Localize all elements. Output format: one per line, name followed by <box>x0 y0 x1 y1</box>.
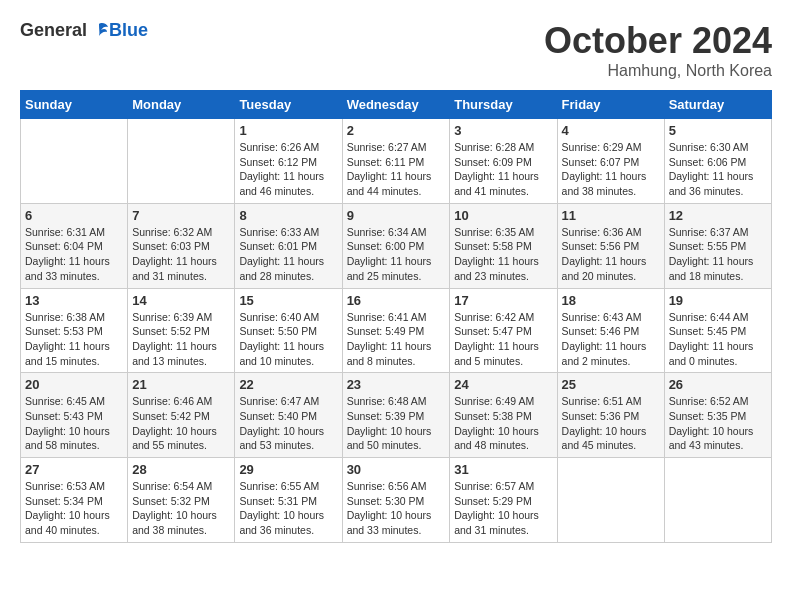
day-info: Sunrise: 6:42 AM Sunset: 5:47 PM Dayligh… <box>454 310 552 369</box>
day-number: 26 <box>669 377 767 392</box>
day-number: 19 <box>669 293 767 308</box>
day-info: Sunrise: 6:52 AM Sunset: 5:35 PM Dayligh… <box>669 394 767 453</box>
month-title: October 2024 <box>544 20 772 62</box>
calendar-cell: 18Sunrise: 6:43 AM Sunset: 5:46 PM Dayli… <box>557 288 664 373</box>
calendar-cell: 1Sunrise: 6:26 AM Sunset: 6:12 PM Daylig… <box>235 119 342 204</box>
calendar-cell: 2Sunrise: 6:27 AM Sunset: 6:11 PM Daylig… <box>342 119 450 204</box>
day-info: Sunrise: 6:45 AM Sunset: 5:43 PM Dayligh… <box>25 394 123 453</box>
calendar-cell: 9Sunrise: 6:34 AM Sunset: 6:00 PM Daylig… <box>342 203 450 288</box>
day-info: Sunrise: 6:27 AM Sunset: 6:11 PM Dayligh… <box>347 140 446 199</box>
calendar-cell <box>664 458 771 543</box>
day-number: 25 <box>562 377 660 392</box>
calendar-cell: 4Sunrise: 6:29 AM Sunset: 6:07 PM Daylig… <box>557 119 664 204</box>
page-header: General Blue October 2024 Hamhung, North… <box>20 20 772 80</box>
day-number: 4 <box>562 123 660 138</box>
calendar-cell: 21Sunrise: 6:46 AM Sunset: 5:42 PM Dayli… <box>128 373 235 458</box>
day-number: 8 <box>239 208 337 223</box>
day-number: 20 <box>25 377 123 392</box>
calendar-cell: 5Sunrise: 6:30 AM Sunset: 6:06 PM Daylig… <box>664 119 771 204</box>
calendar-header-wednesday: Wednesday <box>342 91 450 119</box>
location-text: Hamhung, North Korea <box>544 62 772 80</box>
day-number: 10 <box>454 208 552 223</box>
calendar-week-1: 1Sunrise: 6:26 AM Sunset: 6:12 PM Daylig… <box>21 119 772 204</box>
calendar-cell: 6Sunrise: 6:31 AM Sunset: 6:04 PM Daylig… <box>21 203 128 288</box>
calendar-cell <box>557 458 664 543</box>
day-info: Sunrise: 6:33 AM Sunset: 6:01 PM Dayligh… <box>239 225 337 284</box>
calendar-week-4: 20Sunrise: 6:45 AM Sunset: 5:43 PM Dayli… <box>21 373 772 458</box>
day-number: 14 <box>132 293 230 308</box>
day-info: Sunrise: 6:53 AM Sunset: 5:34 PM Dayligh… <box>25 479 123 538</box>
day-number: 27 <box>25 462 123 477</box>
calendar-cell: 8Sunrise: 6:33 AM Sunset: 6:01 PM Daylig… <box>235 203 342 288</box>
calendar-header-saturday: Saturday <box>664 91 771 119</box>
day-number: 1 <box>239 123 337 138</box>
logo-bird-icon <box>89 22 109 40</box>
logo: General Blue <box>20 20 148 41</box>
day-number: 15 <box>239 293 337 308</box>
day-info: Sunrise: 6:34 AM Sunset: 6:00 PM Dayligh… <box>347 225 446 284</box>
day-info: Sunrise: 6:36 AM Sunset: 5:56 PM Dayligh… <box>562 225 660 284</box>
calendar-cell: 26Sunrise: 6:52 AM Sunset: 5:35 PM Dayli… <box>664 373 771 458</box>
calendar-cell: 24Sunrise: 6:49 AM Sunset: 5:38 PM Dayli… <box>450 373 557 458</box>
calendar-cell: 28Sunrise: 6:54 AM Sunset: 5:32 PM Dayli… <box>128 458 235 543</box>
day-info: Sunrise: 6:38 AM Sunset: 5:53 PM Dayligh… <box>25 310 123 369</box>
day-number: 31 <box>454 462 552 477</box>
day-number: 28 <box>132 462 230 477</box>
day-info: Sunrise: 6:41 AM Sunset: 5:49 PM Dayligh… <box>347 310 446 369</box>
day-info: Sunrise: 6:57 AM Sunset: 5:29 PM Dayligh… <box>454 479 552 538</box>
day-number: 3 <box>454 123 552 138</box>
day-info: Sunrise: 6:29 AM Sunset: 6:07 PM Dayligh… <box>562 140 660 199</box>
day-number: 2 <box>347 123 446 138</box>
day-info: Sunrise: 6:43 AM Sunset: 5:46 PM Dayligh… <box>562 310 660 369</box>
calendar-cell: 15Sunrise: 6:40 AM Sunset: 5:50 PM Dayli… <box>235 288 342 373</box>
day-number: 23 <box>347 377 446 392</box>
calendar-cell: 16Sunrise: 6:41 AM Sunset: 5:49 PM Dayli… <box>342 288 450 373</box>
day-number: 5 <box>669 123 767 138</box>
day-info: Sunrise: 6:51 AM Sunset: 5:36 PM Dayligh… <box>562 394 660 453</box>
day-info: Sunrise: 6:46 AM Sunset: 5:42 PM Dayligh… <box>132 394 230 453</box>
day-number: 22 <box>239 377 337 392</box>
calendar-cell <box>128 119 235 204</box>
calendar-header-tuesday: Tuesday <box>235 91 342 119</box>
calendar-cell: 31Sunrise: 6:57 AM Sunset: 5:29 PM Dayli… <box>450 458 557 543</box>
calendar-header-monday: Monday <box>128 91 235 119</box>
calendar-cell: 23Sunrise: 6:48 AM Sunset: 5:39 PM Dayli… <box>342 373 450 458</box>
calendar-cell: 20Sunrise: 6:45 AM Sunset: 5:43 PM Dayli… <box>21 373 128 458</box>
calendar-cell: 10Sunrise: 6:35 AM Sunset: 5:58 PM Dayli… <box>450 203 557 288</box>
day-info: Sunrise: 6:37 AM Sunset: 5:55 PM Dayligh… <box>669 225 767 284</box>
calendar-cell: 27Sunrise: 6:53 AM Sunset: 5:34 PM Dayli… <box>21 458 128 543</box>
day-info: Sunrise: 6:44 AM Sunset: 5:45 PM Dayligh… <box>669 310 767 369</box>
day-info: Sunrise: 6:32 AM Sunset: 6:03 PM Dayligh… <box>132 225 230 284</box>
calendar-header-sunday: Sunday <box>21 91 128 119</box>
day-number: 13 <box>25 293 123 308</box>
day-info: Sunrise: 6:55 AM Sunset: 5:31 PM Dayligh… <box>239 479 337 538</box>
calendar-cell: 3Sunrise: 6:28 AM Sunset: 6:09 PM Daylig… <box>450 119 557 204</box>
day-info: Sunrise: 6:54 AM Sunset: 5:32 PM Dayligh… <box>132 479 230 538</box>
day-number: 30 <box>347 462 446 477</box>
day-info: Sunrise: 6:56 AM Sunset: 5:30 PM Dayligh… <box>347 479 446 538</box>
day-number: 17 <box>454 293 552 308</box>
calendar-cell: 11Sunrise: 6:36 AM Sunset: 5:56 PM Dayli… <box>557 203 664 288</box>
day-number: 21 <box>132 377 230 392</box>
day-info: Sunrise: 6:26 AM Sunset: 6:12 PM Dayligh… <box>239 140 337 199</box>
calendar-header-friday: Friday <box>557 91 664 119</box>
logo-general-text: General <box>20 20 87 41</box>
calendar-cell: 17Sunrise: 6:42 AM Sunset: 5:47 PM Dayli… <box>450 288 557 373</box>
calendar-cell: 14Sunrise: 6:39 AM Sunset: 5:52 PM Dayli… <box>128 288 235 373</box>
day-number: 7 <box>132 208 230 223</box>
logo-blue-text: Blue <box>109 20 148 41</box>
calendar-cell <box>21 119 128 204</box>
day-number: 11 <box>562 208 660 223</box>
calendar-cell: 12Sunrise: 6:37 AM Sunset: 5:55 PM Dayli… <box>664 203 771 288</box>
day-info: Sunrise: 6:39 AM Sunset: 5:52 PM Dayligh… <box>132 310 230 369</box>
day-info: Sunrise: 6:48 AM Sunset: 5:39 PM Dayligh… <box>347 394 446 453</box>
calendar-header-thursday: Thursday <box>450 91 557 119</box>
title-section: October 2024 Hamhung, North Korea <box>544 20 772 80</box>
day-info: Sunrise: 6:35 AM Sunset: 5:58 PM Dayligh… <box>454 225 552 284</box>
day-info: Sunrise: 6:49 AM Sunset: 5:38 PM Dayligh… <box>454 394 552 453</box>
calendar-cell: 30Sunrise: 6:56 AM Sunset: 5:30 PM Dayli… <box>342 458 450 543</box>
day-info: Sunrise: 6:28 AM Sunset: 6:09 PM Dayligh… <box>454 140 552 199</box>
calendar-week-3: 13Sunrise: 6:38 AM Sunset: 5:53 PM Dayli… <box>21 288 772 373</box>
day-info: Sunrise: 6:40 AM Sunset: 5:50 PM Dayligh… <box>239 310 337 369</box>
calendar-cell: 7Sunrise: 6:32 AM Sunset: 6:03 PM Daylig… <box>128 203 235 288</box>
